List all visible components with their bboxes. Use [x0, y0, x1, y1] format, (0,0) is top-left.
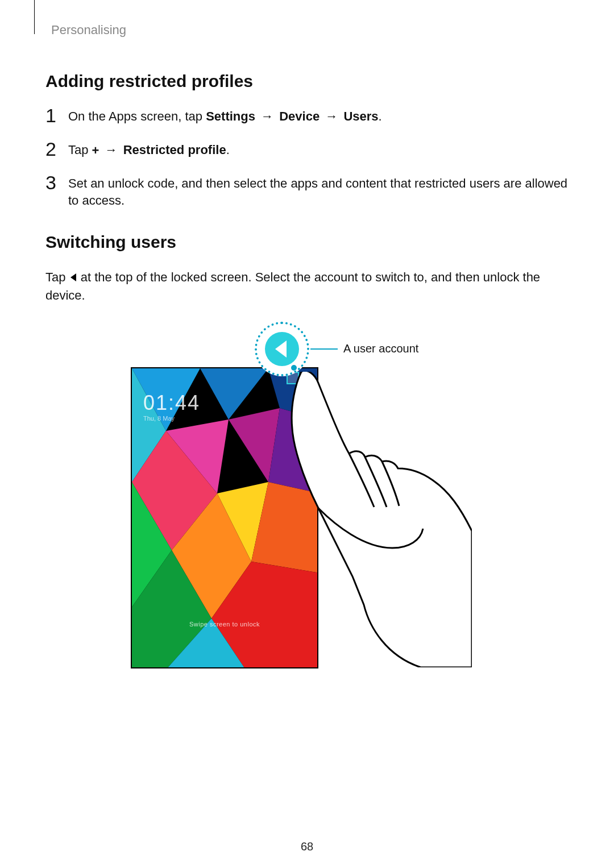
step-number: 3 — [45, 173, 68, 192]
callout-connector-dot — [291, 365, 297, 371]
text: . — [379, 109, 382, 123]
bold-users: Users — [343, 109, 378, 123]
svg-marker-2 — [200, 368, 268, 420]
heading-switching-users: Switching users — [45, 232, 569, 252]
switching-paragraph: Tap at the top of the locked screen. Sel… — [45, 269, 569, 305]
bold-restricted-profile: Restricted profile — [123, 143, 226, 157]
triangle-left-icon — [69, 269, 77, 287]
svg-marker-0 — [70, 273, 76, 281]
step-body: On the Apps screen, tap Settings → Devic… — [68, 108, 569, 126]
lockscreen-clock: 01:44 Thu, 8 May — [143, 391, 200, 422]
callout-circle — [255, 322, 309, 376]
text: Set an unlock code, and then select the … — [68, 176, 567, 208]
step-body: Set an unlock code, and then select the … — [68, 175, 569, 210]
step-body: Tap + → Restricted profile. — [68, 142, 569, 159]
arrow-icon: → — [259, 109, 276, 123]
step-number: 1 — [45, 106, 68, 125]
heading-adding-restricted: Adding restricted profiles — [45, 72, 569, 91]
step-number: 2 — [45, 139, 68, 159]
step-3: 3 Set an unlock code, and then select th… — [45, 175, 569, 210]
callout-label: A user account — [343, 342, 418, 355]
arrow-icon: → — [103, 143, 120, 157]
figure-lockscreen: 01:44 Thu, 8 May Swipe screen to unlock … — [131, 322, 483, 674]
bold-settings: Settings — [206, 109, 255, 123]
manual-page: Personalising Adding restricted profiles… — [0, 0, 614, 868]
clock-time: 01:44 — [143, 391, 200, 414]
arrow-icon: → — [323, 109, 340, 123]
text: at the top of the locked screen. Select … — [45, 270, 540, 302]
callout-leader-line — [310, 348, 338, 350]
step-1: 1 On the Apps screen, tap Settings → Dev… — [45, 108, 569, 126]
text: . — [226, 143, 230, 157]
text: Tap — [45, 270, 69, 284]
steps-list: 1 On the Apps screen, tap Settings → Dev… — [45, 108, 569, 210]
header-rule — [34, 0, 35, 34]
running-head: Personalising — [51, 23, 569, 38]
plus-icon: + — [92, 144, 99, 157]
hand-illustration — [279, 372, 472, 667]
step-2: 2 Tap + → Restricted profile. — [45, 142, 569, 159]
triangle-left-icon — [265, 332, 299, 366]
page-number: 68 — [0, 840, 614, 853]
text: Tap — [68, 143, 92, 157]
clock-date: Thu, 8 May — [143, 415, 200, 422]
text: On the Apps screen, tap — [68, 109, 206, 123]
bold-device: Device — [279, 109, 320, 123]
